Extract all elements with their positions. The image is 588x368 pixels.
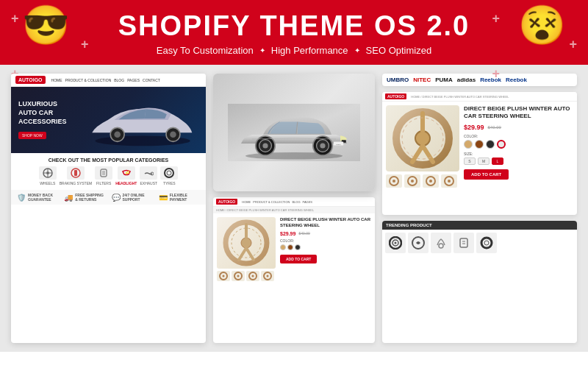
theme-nav-links: HOME PRODUCT & COLLECTION BLOG PAGES CON… [51,78,160,82]
main-product-logo: AUTOIGO [385,93,406,99]
brand-reebok: Reebok [480,77,501,83]
product-thumb-3[interactable] [246,271,259,281]
brand-puma: PUMA [435,77,453,83]
category-label-highlight: HEADLIGHT [115,181,137,185]
main-content: AUTOIGO HOME PRODUCT & COLLECTION BLOG P… [0,65,588,352]
svg-point-6 [46,171,49,174]
hero-heading: LUXURIOUS AUTO CAR ACCESSORIES [18,100,77,126]
category-label: TYRES [163,181,176,185]
color-option-label: COLOR: [280,238,371,243]
brand-nitec: NITEC [413,77,431,83]
list-item[interactable]: EXHAUST [140,166,157,185]
product-main-image [217,217,276,269]
chat-icon: 💬 [112,194,121,202]
svg-point-25 [262,143,268,148]
trending-item-2[interactable] [408,233,429,253]
category-icon-wheels [39,166,57,180]
product-thumb-4[interactable] [261,271,274,281]
main-product-body: DIRECT BEIGE PLUSH WINTER AUTO CAR STEER… [382,102,577,215]
product-image-area [217,217,276,281]
svg-text:IVO 1: IVO 1 [337,144,342,146]
add-to-cart-button[interactable]: ADD TO CART [280,255,317,263]
svg-point-4 [170,132,176,138]
nav-contact: CONTACT [143,78,160,82]
product-nav: AUTOIGO HOME PRODUCT & COLLECTION BLOG P… [213,197,375,207]
category-label: FILTERS [96,181,111,185]
size-s[interactable]: S [464,158,476,165]
main-thumb-4[interactable] [441,174,457,188]
trending-item-5[interactable] [476,233,497,253]
size-l[interactable]: L [492,158,503,165]
main-size-label: SIZE: [464,152,573,156]
svg-point-39 [223,275,225,277]
feature-customization-label: Easy To Customization [157,45,254,56]
hero-button[interactable]: SHOP NOW [18,132,46,139]
list-item[interactable]: TYRES [160,166,178,185]
category-label: WHEELS [40,181,55,185]
trending-item-3[interactable] [431,233,451,253]
list-item[interactable]: WHEELS [39,166,57,185]
main-swatch-2[interactable] [475,140,484,149]
plus-decoration: + [11,11,19,26]
categories-grid: WHEELS BRAKING SYSTEM FILTERS [17,166,200,185]
diamond-1: ✦ [259,46,265,54]
breadcrumb: HOME / DIRECT BEIGE PLUSH WINTER AUTO CA… [213,207,375,213]
list-item[interactable]: HEADLIGHT [115,166,137,185]
main-product-image-area [386,105,459,211]
feature-money-back: 🛡️ MONEY BACK GUARANTEE [17,193,58,202]
main-thumb-3[interactable] [423,174,439,188]
svg-rect-65 [460,238,467,247]
hero-text: LUXURIOUS AUTO CAR ACCESSORIES SHOP NOW [18,100,77,139]
main-swatch-1[interactable] [464,140,473,149]
nav-product: PRODUCT & COLLECTION [65,78,112,82]
main-swatch-4[interactable] [497,140,506,149]
svg-point-28 [320,143,325,148]
plus-decoration: + [492,11,500,26]
size-m[interactable]: M [478,158,490,165]
svg-point-41 [237,275,240,277]
main-add-to-cart-button[interactable]: ADD TO CART [464,169,509,180]
product-price-old: $49.99 [298,231,309,236]
svg-point-62 [395,241,397,244]
header-subtitle: Easy To Customization ✦ High Performance… [157,45,431,56]
svg-line-35 [239,248,246,260]
car-illustration: IVO 1 [228,103,360,162]
main-product-breadcrumb: HOME / DIRECT BEIGE PLUSH WINTER AUTO CA… [411,95,509,99]
svg-point-69 [484,241,489,245]
emoji-right: 😵 [518,6,566,44]
categories-title: CHECK OUT THE MOST POPULAR CATEGORIES [17,158,200,163]
feature-payment: 💳 FLEXIBLE PAYMENT [159,193,200,202]
bottom-features: 🛡️ MONEY BACK GUARANTEE 🚚 FREE SHIPPING … [11,190,206,205]
hero-car-svg [79,87,206,153]
feature-text: FREE SHIPPING & RETURNS [75,193,105,202]
product-thumb-2[interactable] [232,271,245,281]
category-label: EXHAUST [140,181,158,185]
svg-line-50 [423,146,433,162]
brand-adidas: adidas [457,77,476,83]
trending-item-4[interactable] [453,233,474,253]
svg-rect-12 [74,170,77,176]
main-thumb-1[interactable] [386,174,402,188]
trending-item-1[interactable] [385,233,406,253]
nav-pages: PAGES [127,78,140,82]
main-swatch-3[interactable] [486,140,495,149]
truck-icon: 🚚 [64,194,73,202]
feature-shipping: 🚚 FREE SHIPPING & RETURNS [64,193,105,202]
categories-section: CHECK OUT THE MOST POPULAR CATEGORIES WH… [11,153,206,190]
product-detail-preview: AUTOIGO HOME PRODUCT & COLLECTION BLOG P… [213,197,375,343]
plus-decoration: + [81,37,89,52]
list-item[interactable]: FILTERS [95,166,112,185]
category-icon-headlight [118,166,135,180]
trending-header: TRENDING PRODUCT [382,221,577,230]
svg-point-33 [241,238,251,248]
main-thumb-2[interactable] [404,174,420,188]
list-item[interactable]: BRAKING SYSTEM [60,166,92,185]
svg-point-2 [114,132,121,138]
product-thumb-1[interactable] [217,271,230,281]
diamond-2: ✦ [354,46,360,54]
feature-support: 💬 24/7 ONLINE SUPPORT [112,193,153,202]
color-swatch-3[interactable] [295,244,301,250]
color-swatch-2[interactable] [287,244,293,250]
card-icon: 💳 [159,194,168,202]
color-swatch-1[interactable] [280,244,286,250]
